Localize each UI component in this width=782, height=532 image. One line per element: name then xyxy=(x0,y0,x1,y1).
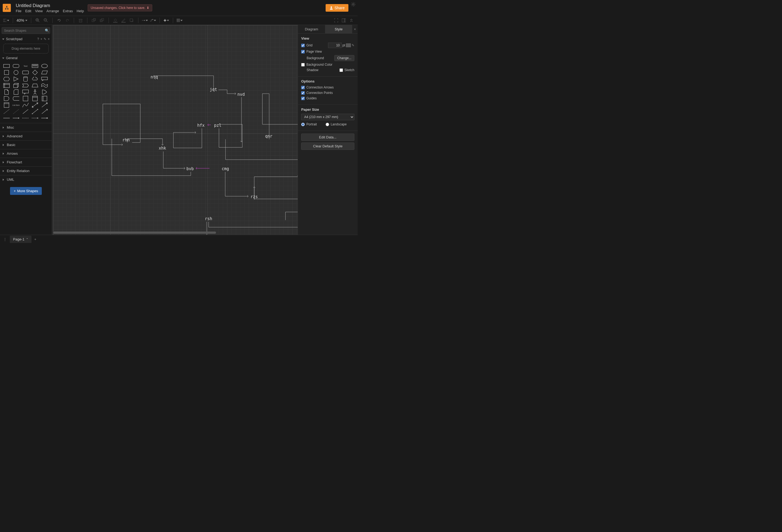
node-rzs[interactable]: rzs xyxy=(250,194,258,199)
shape-link4[interactable] xyxy=(31,115,39,121)
canvas-page[interactable]: ntq jqt nvd hfx pzl rhn xhk qnr bvb cmg … xyxy=(53,25,298,235)
document-title[interactable]: Untitled Diagram xyxy=(16,3,84,8)
category-basic[interactable]: Basic xyxy=(0,140,52,149)
shape-cylinder[interactable] xyxy=(22,76,29,82)
undo-button[interactable] xyxy=(56,17,62,23)
edit-icon[interactable]: ✎ xyxy=(352,43,354,47)
close-icon[interactable]: × xyxy=(48,37,50,41)
shape-cube[interactable] xyxy=(12,83,20,88)
format-panel-toggle[interactable] xyxy=(341,17,347,23)
shape-diamond[interactable] xyxy=(31,70,39,75)
shape-link1[interactable] xyxy=(3,115,10,121)
shape-link5[interactable] xyxy=(41,115,48,121)
shape-and[interactable] xyxy=(3,96,10,101)
to-back-button[interactable] xyxy=(99,17,105,23)
collapse-button[interactable] xyxy=(348,17,354,23)
page-tab-1[interactable]: Page-1 ⌃ xyxy=(10,236,32,243)
shape-rect[interactable] xyxy=(3,63,10,69)
sidebar-toggle[interactable] xyxy=(3,17,9,23)
pageview-checkbox[interactable] xyxy=(301,50,305,54)
shape-dashed[interactable] xyxy=(3,109,10,114)
conn-points-checkbox[interactable] xyxy=(301,91,305,95)
shape-step[interactable] xyxy=(22,83,29,88)
insert-button[interactable]: + xyxy=(163,17,169,23)
node-cmg[interactable]: cmg xyxy=(222,166,229,171)
shape-curve[interactable] xyxy=(22,102,29,108)
shape-search[interactable]: 🔍 xyxy=(2,27,50,34)
chevron-up-icon[interactable]: ⌃ xyxy=(26,238,28,241)
menu-file[interactable]: File xyxy=(16,9,22,13)
grid-size-input[interactable] xyxy=(328,43,342,48)
connection-button[interactable] xyxy=(142,17,148,23)
line-color-button[interactable] xyxy=(120,17,127,23)
redo-button[interactable] xyxy=(64,17,70,23)
menu-view[interactable]: View xyxy=(35,9,43,13)
bgcolor-checkbox[interactable] xyxy=(301,63,305,67)
pages-menu[interactable]: ⋮ xyxy=(1,236,9,243)
shape-note[interactable] xyxy=(3,89,10,95)
shape-line-bidir[interactable] xyxy=(31,109,39,114)
node-rsh[interactable]: rsh xyxy=(205,216,212,221)
scratchpad-dropzone[interactable]: Drag elements here xyxy=(3,44,48,54)
shape-card[interactable] xyxy=(12,89,20,95)
node-jqt[interactable]: jqt xyxy=(210,87,217,92)
shape-callout2[interactable] xyxy=(22,89,29,95)
clear-style-button[interactable]: Clear Default Style xyxy=(301,142,354,150)
shape-triangle[interactable] xyxy=(12,76,20,82)
landscape-radio[interactable] xyxy=(326,123,329,126)
portrait-radio[interactable] xyxy=(301,123,305,126)
shadow-button[interactable] xyxy=(129,17,135,23)
node-bvb[interactable]: bvb xyxy=(186,166,194,171)
shape-line[interactable] xyxy=(22,109,29,114)
node-ntq[interactable]: ntq xyxy=(151,75,158,79)
scratchpad-header[interactable]: Scratchpad ? + ✎ × xyxy=(0,36,52,42)
edit-data-button[interactable]: Edit Data... xyxy=(301,134,354,141)
node-lhk[interactable]: lhk xyxy=(297,175,298,180)
shape-link2[interactable] xyxy=(12,115,20,121)
waypoint-button[interactable] xyxy=(150,17,156,23)
shape-ellipse[interactable] xyxy=(41,63,48,69)
shape-arrow[interactable] xyxy=(41,102,48,108)
shape-square[interactable] xyxy=(3,70,10,75)
tab-diagram[interactable]: Diagram xyxy=(298,25,325,33)
shape-trapezoid[interactable] xyxy=(31,83,39,88)
add-icon[interactable]: + xyxy=(40,37,42,41)
fullscreen-button[interactable] xyxy=(333,17,339,23)
shape-cloud[interactable] xyxy=(31,76,39,82)
category-arrows[interactable]: Arrows xyxy=(0,149,52,158)
shape-databar[interactable] xyxy=(12,96,20,101)
sketch-checkbox[interactable] xyxy=(340,68,343,72)
shape-hcontainer[interactable] xyxy=(41,96,48,101)
node-qnr[interactable]: qnr xyxy=(265,134,273,139)
tab-style[interactable]: Style xyxy=(325,25,352,33)
shape-listitem[interactable]: List Item xyxy=(12,102,20,108)
shape-arrow-bidir[interactable] xyxy=(31,102,39,108)
shape-link3[interactable] xyxy=(22,115,29,121)
edit-icon[interactable]: ✎ xyxy=(44,37,46,41)
grid-checkbox[interactable] xyxy=(301,44,305,47)
shape-callout[interactable] xyxy=(41,76,48,82)
shape-frame[interactable] xyxy=(31,96,39,101)
add-page-button[interactable]: + xyxy=(32,236,39,243)
panel-close[interactable]: × xyxy=(352,25,358,33)
app-logo[interactable] xyxy=(3,4,11,12)
menu-arrange[interactable]: Arrange xyxy=(46,9,59,13)
category-uml[interactable]: UML xyxy=(0,175,52,184)
category-entity[interactable]: Entity Relation xyxy=(0,166,52,175)
node-xhk[interactable]: xhk xyxy=(159,146,166,151)
more-shapes-button[interactable]: + More Shapes xyxy=(10,187,42,195)
canvas[interactable]: ntq jqt nvd hfx pzl rhn xhk qnr bvb cmg … xyxy=(52,25,298,235)
shape-internal[interactable] xyxy=(3,83,10,88)
share-button[interactable]: Share xyxy=(326,4,348,12)
conn-arrows-checkbox[interactable] xyxy=(301,86,305,89)
category-advanced[interactable]: Advanced xyxy=(0,132,52,140)
shape-line-arrow[interactable] xyxy=(41,109,48,114)
shape-or[interactable] xyxy=(41,89,48,95)
shape-textbox[interactable] xyxy=(31,63,39,69)
shape-rounded[interactable] xyxy=(12,63,20,69)
shape-text[interactable]: Text xyxy=(22,63,29,69)
zoom-selector[interactable]: 40% xyxy=(16,18,27,23)
general-header[interactable]: General xyxy=(0,55,52,61)
fill-color-button[interactable] xyxy=(112,17,118,23)
guides-checkbox[interactable] xyxy=(301,97,305,100)
